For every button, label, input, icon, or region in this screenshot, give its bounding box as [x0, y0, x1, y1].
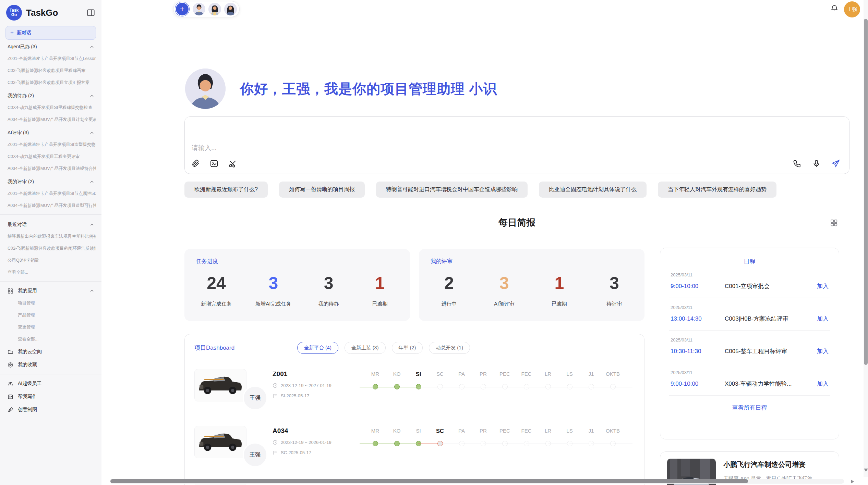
suggestion-chip[interactable]: 当下年轻人对汽车外观有怎样的喜好趋势: [658, 182, 776, 198]
avatar[interactable]: [224, 3, 237, 15]
task-item[interactable]: Z001-全新燃油轻卡产品开发项目SI造型提交物评审: [5, 139, 96, 151]
scissors-icon[interactable]: [228, 159, 237, 168]
chevron-up-icon[interactable]: [90, 223, 94, 227]
vertical-scrollbar-thumb[interactable]: [864, 19, 868, 365]
image-upload-icon[interactable]: [209, 159, 219, 168]
schedule-item: 2025/03/11 10:30-11:30 C005-整车工程目标评审 加入: [669, 331, 830, 363]
task-item[interactable]: Z001-全新燃油皮卡产品开发项目SI节点Lesson Learn报告: [5, 53, 96, 65]
milestone-label: OKTB: [602, 371, 624, 377]
horizontal-scrollbar[interactable]: [110, 479, 844, 484]
join-link[interactable]: 加入: [817, 282, 829, 290]
schedule-time: 10:30-11:30: [671, 348, 725, 355]
notification-bell-icon[interactable]: [830, 4, 839, 12]
chevron-up-icon[interactable]: [90, 180, 94, 184]
layout-grid-icon[interactable]: [830, 219, 838, 227]
view-all-schedule-link[interactable]: 查看所有日程: [669, 404, 830, 412]
section-recent-chats[interactable]: 最近对话: [5, 217, 96, 231]
milestone-label: FEC: [516, 428, 537, 434]
task-item[interactable]: C0X4-动力总成开发项目SI里程碑提交物检查: [5, 102, 96, 114]
stat-cards-row: 任务进度 24 新增完成任务 3 新增AI完成任务 3 我的待办 1 已逾期 我…: [184, 249, 644, 321]
section-agent-done[interactable]: Agent已办 (3): [5, 40, 96, 53]
news-title: 小鹏飞行汽车制造公司增资: [723, 460, 817, 469]
phone-call-icon[interactable]: [793, 159, 802, 168]
schedule-event-title: C003|H0B-方案冻结评审: [725, 315, 817, 323]
app-item-product-mgmt[interactable]: 产品管理: [5, 309, 96, 321]
folder-icon: [8, 349, 13, 355]
suggestion-chip[interactable]: 比亚迪全固态电池计划具体说了什么: [539, 182, 647, 198]
app-logo: Task Go: [6, 5, 22, 21]
task-item[interactable]: A034-全新新能源MUV产品开发项目计划变更表编写: [5, 114, 96, 126]
chat-input-box[interactable]: 请输入...: [184, 116, 849, 174]
app-item-project-mgmt[interactable]: 项目管理: [5, 297, 96, 309]
milestone-label: OKTB: [602, 428, 624, 434]
horizontal-scrollbar-thumb[interactable]: [110, 479, 748, 483]
task-item[interactable]: C0X4-动力总成开发项目工程变更评审: [5, 151, 96, 163]
task-item[interactable]: Z001-全新燃油轻卡产品开发项目SI节点属性5D文件评审: [5, 188, 96, 200]
sidebar-collapse-icon[interactable]: [86, 8, 95, 17]
ai-super-staff-row[interactable]: AI超级员工: [5, 377, 96, 390]
clock-icon: [273, 383, 278, 388]
filter-chip[interactable]: 年型 (2): [392, 342, 423, 354]
filter-chip[interactable]: 全新平台 (4): [297, 342, 338, 354]
milestone-track: MRKOSISCPAPRPECFECLRLSJ1OKTB: [364, 426, 635, 447]
milestone-label: SC: [429, 371, 451, 377]
task-item[interactable]: C02-飞腾新能源轻客改款项目立项汇报方案: [5, 77, 96, 89]
flag-icon: [273, 393, 278, 398]
task-item[interactable]: A034-全新新能源MUV产品开发项目法规符合性评审: [5, 163, 96, 175]
section-my-review[interactable]: 我的评审 (2): [5, 175, 96, 188]
milestone-track: MRKOSISCPAPRPECFECLRLSJ1OKTB: [364, 369, 635, 390]
user-avatar[interactable]: 王强: [844, 1, 860, 17]
sidebar: Task Go TaskGo + 新对话 Agent已办 (3) Z001-全新…: [0, 0, 101, 485]
project-row[interactable]: 王强 Z001 2023-12-19 ~ 2027-01-19 SI-2025-…: [194, 369, 635, 411]
join-link[interactable]: 加入: [817, 347, 829, 355]
scroll-right-arrow-icon[interactable]: [851, 480, 854, 484]
my-apps-row[interactable]: 我的应用: [5, 284, 96, 297]
view-all-chats-link[interactable]: 查看全部...: [5, 266, 96, 278]
apps-grid-icon: [8, 288, 13, 294]
send-icon[interactable]: [831, 159, 840, 168]
app-title: TaskGo: [26, 8, 82, 18]
avatar[interactable]: [208, 3, 221, 15]
section-ai-review[interactable]: AI评审 (3): [5, 126, 96, 139]
creative-drawing-row[interactable]: 创意制图: [5, 403, 96, 416]
milestone-label: PR: [472, 428, 494, 434]
add-session-button[interactable]: +: [176, 3, 189, 15]
chevron-up-icon[interactable]: [90, 45, 94, 49]
suggestion-chip[interactable]: 如何写一份清晰的项目周报: [279, 182, 365, 198]
filter-chip[interactable]: 动总开发 (1): [429, 342, 470, 354]
project-row[interactable]: 王强 A034 2023-12-19 ~ 2026-01-19 SC-2025-…: [194, 426, 635, 468]
schedule-event-title: X003-车辆动力学性能验...: [725, 380, 817, 388]
task-item[interactable]: C02-飞腾新能源轻客改款项目里程碑画布: [5, 65, 96, 77]
attachment-icon[interactable]: [191, 159, 200, 168]
milestone-label: MR: [364, 371, 386, 377]
daily-brief-title: 每日简报: [184, 216, 849, 229]
chevron-up-icon[interactable]: [90, 94, 94, 98]
chevron-up-icon[interactable]: [90, 289, 94, 293]
avatar[interactable]: [193, 3, 205, 15]
recent-chat-item[interactable]: 解释最新出台的欧盟报废车法规再生塑料比例被调至15%...: [5, 231, 96, 242]
recent-chat-item[interactable]: 公司Q3轻卡销量: [5, 254, 96, 266]
greeting-text: 你好，王强，我是你的项目管理助理 小识: [240, 79, 497, 98]
microphone-icon[interactable]: [812, 159, 821, 168]
help-me-write-row[interactable]: 帮我写作: [5, 390, 96, 403]
filter-chip[interactable]: 全新上装 (3): [345, 342, 386, 354]
recent-chat-item[interactable]: C02-飞腾新能源轻客改款项目的闭环通告反馈情况: [5, 242, 96, 254]
new-chat-button[interactable]: + 新对话: [5, 26, 96, 40]
task-item[interactable]: A034-全新新能源MUV产品开发项目造型可行性评审: [5, 200, 96, 212]
scroll-down-arrow-icon[interactable]: [864, 469, 868, 472]
join-link[interactable]: 加入: [817, 315, 829, 323]
section-my-todo[interactable]: 我的待办 (2): [5, 89, 96, 102]
my-favorites-row[interactable]: 我的收藏: [5, 358, 96, 371]
chevron-up-icon[interactable]: [90, 131, 94, 135]
milestone-label: KO: [386, 428, 408, 434]
project-dashboard-card: 项目Dashboard 全新平台 (4) 全新上装 (3) 年型 (2) 动总开…: [184, 334, 644, 485]
suggestion-chip[interactable]: 欧洲新规最近颁布了什么?: [184, 182, 268, 198]
session-avatars-pill: +: [173, 1, 240, 17]
divider: [0, 374, 101, 374]
app-item-change-mgmt[interactable]: 变更管理: [5, 321, 96, 333]
milestone-label: J1: [580, 371, 602, 377]
view-all-apps-link[interactable]: 查看全部...: [5, 333, 96, 345]
join-link[interactable]: 加入: [817, 380, 829, 388]
suggestion-chip[interactable]: 特朗普可能对进口汽车增税会对中国车企造成哪些影响: [376, 182, 528, 198]
my-cloud-space-row[interactable]: 我的云空间: [5, 345, 96, 358]
